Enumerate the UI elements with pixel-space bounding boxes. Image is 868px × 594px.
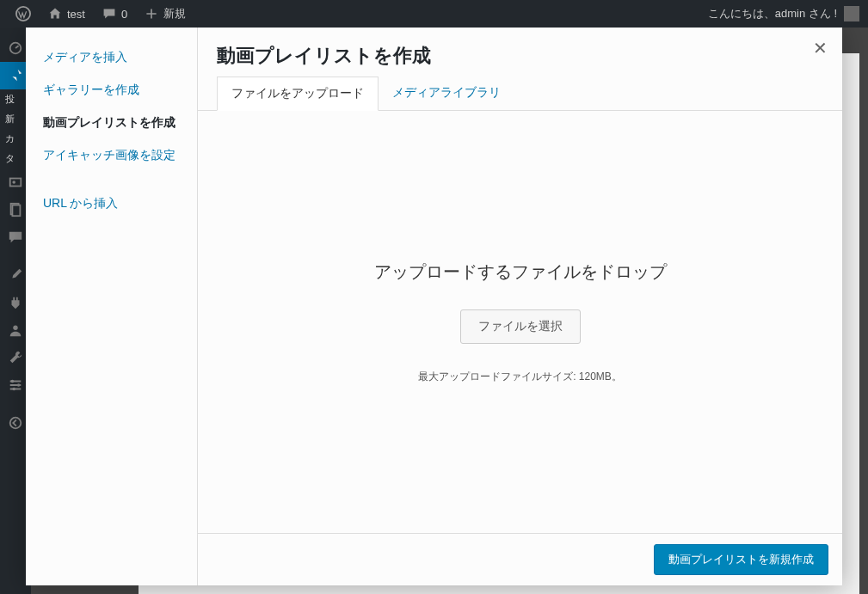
comments-menu[interactable]: 0 xyxy=(94,0,136,28)
wp-logo-menu[interactable] xyxy=(7,0,40,28)
home-icon xyxy=(48,7,62,21)
admin-bar: test 0 新規 こんにちは、admin さん ! xyxy=(0,0,868,28)
side-create-gallery[interactable]: ギャラリーを作成 xyxy=(26,74,197,107)
wordpress-icon xyxy=(15,6,31,21)
greeting-text[interactable]: こんにちは、admin さん ! xyxy=(708,6,837,21)
modal-title: 動画プレイリストを作成 xyxy=(217,43,823,69)
plus-icon xyxy=(145,7,158,21)
side-create-video-playlist[interactable]: 動画プレイリストを作成 xyxy=(26,107,197,139)
avatar[interactable] xyxy=(844,6,859,21)
side-insert-media[interactable]: メディアを挿入 xyxy=(26,41,197,74)
new-content-menu[interactable]: 新規 xyxy=(136,0,194,28)
side-set-featured[interactable]: アイキャッチ画像を設定 xyxy=(26,139,197,172)
modal-footer: 動画プレイリストを新規作成 xyxy=(198,533,842,585)
max-upload-size: 最大アップロードファイルサイズ: 120MB。 xyxy=(418,370,622,384)
upload-drop-area[interactable]: アップロードするファイルをドロップ ファイルを選択 最大アップロードファイルサイ… xyxy=(198,111,842,533)
create-playlist-button[interactable]: 動画プレイリストを新規作成 xyxy=(654,544,828,575)
modal-overlay: メディアを挿入 ギャラリーを作成 動画プレイリストを作成 アイキャッチ画像を設定… xyxy=(0,0,868,594)
modal-sidebar: メディアを挿入 ギャラリーを作成 動画プレイリストを作成 アイキャッチ画像を設定… xyxy=(26,26,198,585)
comments-count: 0 xyxy=(121,8,127,21)
comment-icon xyxy=(102,7,116,21)
select-files-button[interactable]: ファイルを選択 xyxy=(460,309,581,344)
tab-upload-files[interactable]: ファイルをアップロード xyxy=(217,77,379,111)
modal-tabs: ファイルをアップロード メディアライブラリ xyxy=(198,76,842,111)
site-name-menu[interactable]: test xyxy=(40,0,94,28)
side-insert-from-url[interactable]: URL から挿入 xyxy=(26,187,197,220)
tab-media-library[interactable]: メディアライブラリ xyxy=(379,77,514,111)
new-label: 新規 xyxy=(163,6,186,21)
drop-instruction: アップロードするファイルをドロップ xyxy=(374,260,667,284)
site-name-label: test xyxy=(67,8,85,21)
media-modal: メディアを挿入 ギャラリーを作成 動画プレイリストを作成 アイキャッチ画像を設定… xyxy=(26,26,842,585)
